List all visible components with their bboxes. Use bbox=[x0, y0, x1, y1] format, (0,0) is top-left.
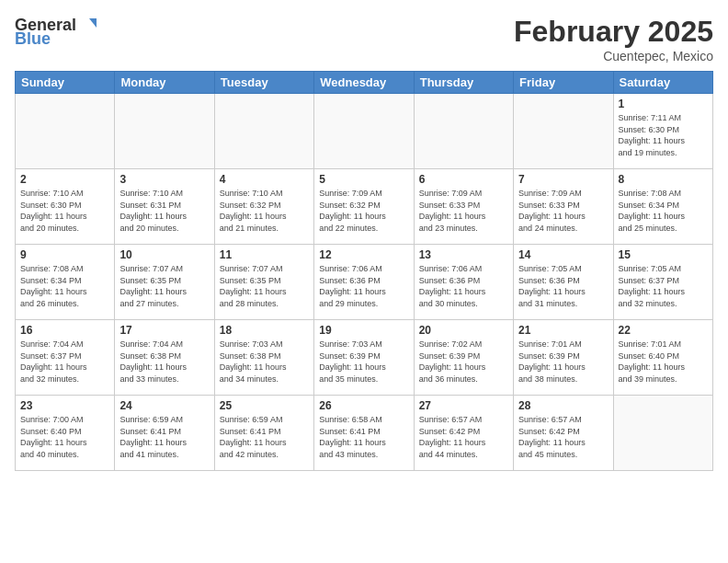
day-info: Sunrise: 6:57 AM Sunset: 6:42 PM Dayligh… bbox=[419, 414, 508, 460]
day-number: 10 bbox=[119, 248, 209, 261]
day-cell: 5Sunrise: 7:09 AM Sunset: 6:32 PM Daylig… bbox=[314, 169, 414, 245]
day-cell: 8Sunrise: 7:08 AM Sunset: 6:34 PM Daylig… bbox=[613, 169, 712, 245]
day-info: Sunrise: 7:10 AM Sunset: 6:30 PM Dayligh… bbox=[20, 188, 109, 234]
svg-marker-0 bbox=[89, 18, 97, 28]
day-cell bbox=[514, 94, 613, 169]
day-number: 15 bbox=[619, 248, 708, 261]
day-cell: 3Sunrise: 7:10 AM Sunset: 6:31 PM Daylig… bbox=[115, 169, 214, 245]
weekday-sunday: Sunday bbox=[16, 72, 115, 94]
weekday-header-row: SundayMondayTuesdayWednesdayThursdayFrid… bbox=[16, 72, 713, 94]
day-number: 3 bbox=[119, 173, 209, 186]
day-info: Sunrise: 6:59 AM Sunset: 6:41 PM Dayligh… bbox=[220, 414, 309, 460]
logo-blue: Blue bbox=[15, 29, 51, 49]
day-number: 11 bbox=[220, 248, 309, 261]
day-info: Sunrise: 7:03 AM Sunset: 6:39 PM Dayligh… bbox=[319, 339, 408, 385]
day-number: 2 bbox=[20, 173, 109, 186]
day-number: 8 bbox=[619, 173, 708, 186]
page: General Blue February 2025 Cuentepec, Me… bbox=[0, 0, 728, 563]
weekday-thursday: Thursday bbox=[414, 72, 513, 94]
day-info: Sunrise: 7:05 AM Sunset: 6:37 PM Dayligh… bbox=[619, 263, 708, 309]
day-number: 22 bbox=[619, 324, 708, 337]
day-info: Sunrise: 7:04 AM Sunset: 6:38 PM Dayligh… bbox=[119, 339, 209, 385]
day-number: 26 bbox=[319, 399, 408, 412]
day-cell: 18Sunrise: 7:03 AM Sunset: 6:38 PM Dayli… bbox=[214, 320, 313, 396]
day-number: 13 bbox=[419, 248, 508, 261]
day-info: Sunrise: 7:09 AM Sunset: 6:33 PM Dayligh… bbox=[518, 188, 608, 234]
day-cell: 26Sunrise: 6:58 AM Sunset: 6:41 PM Dayli… bbox=[314, 396, 414, 471]
day-cell: 22Sunrise: 7:01 AM Sunset: 6:40 PM Dayli… bbox=[613, 320, 712, 396]
day-info: Sunrise: 7:01 AM Sunset: 6:40 PM Dayligh… bbox=[619, 339, 708, 385]
week-row-2: 2Sunrise: 7:10 AM Sunset: 6:30 PM Daylig… bbox=[16, 169, 713, 245]
day-cell: 17Sunrise: 7:04 AM Sunset: 6:38 PM Dayli… bbox=[115, 320, 214, 396]
day-info: Sunrise: 7:08 AM Sunset: 6:34 PM Dayligh… bbox=[20, 263, 109, 309]
day-cell: 20Sunrise: 7:02 AM Sunset: 6:39 PM Dayli… bbox=[414, 320, 513, 396]
header: General Blue February 2025 Cuentepec, Me… bbox=[15, 15, 713, 63]
day-cell: 15Sunrise: 7:05 AM Sunset: 6:37 PM Dayli… bbox=[613, 245, 712, 320]
day-cell: 23Sunrise: 7:00 AM Sunset: 6:40 PM Dayli… bbox=[16, 396, 115, 471]
day-info: Sunrise: 6:57 AM Sunset: 6:42 PM Dayligh… bbox=[518, 414, 608, 460]
day-number: 20 bbox=[419, 324, 508, 337]
day-info: Sunrise: 6:58 AM Sunset: 6:41 PM Dayligh… bbox=[319, 414, 408, 460]
day-info: Sunrise: 7:10 AM Sunset: 6:32 PM Dayligh… bbox=[220, 188, 309, 234]
day-cell bbox=[214, 94, 313, 169]
day-cell: 24Sunrise: 6:59 AM Sunset: 6:41 PM Dayli… bbox=[115, 396, 214, 471]
day-cell: 9Sunrise: 7:08 AM Sunset: 6:34 PM Daylig… bbox=[16, 245, 115, 320]
day-number: 28 bbox=[518, 399, 608, 412]
day-cell: 16Sunrise: 7:04 AM Sunset: 6:37 PM Dayli… bbox=[16, 320, 115, 396]
day-info: Sunrise: 7:11 AM Sunset: 6:30 PM Dayligh… bbox=[619, 112, 708, 158]
day-cell: 4Sunrise: 7:10 AM Sunset: 6:32 PM Daylig… bbox=[214, 169, 313, 245]
day-number: 4 bbox=[220, 173, 309, 186]
day-cell: 11Sunrise: 7:07 AM Sunset: 6:35 PM Dayli… bbox=[214, 245, 313, 320]
week-row-4: 16Sunrise: 7:04 AM Sunset: 6:37 PM Dayli… bbox=[16, 320, 713, 396]
day-cell: 7Sunrise: 7:09 AM Sunset: 6:33 PM Daylig… bbox=[514, 169, 613, 245]
day-cell: 27Sunrise: 6:57 AM Sunset: 6:42 PM Dayli… bbox=[414, 396, 513, 471]
day-info: Sunrise: 7:05 AM Sunset: 6:36 PM Dayligh… bbox=[518, 263, 608, 309]
day-info: Sunrise: 7:06 AM Sunset: 6:36 PM Dayligh… bbox=[419, 263, 508, 309]
day-cell: 13Sunrise: 7:06 AM Sunset: 6:36 PM Dayli… bbox=[414, 245, 513, 320]
title-block: February 2025 Cuentepec, Mexico bbox=[514, 15, 713, 63]
day-cell bbox=[314, 94, 414, 169]
day-info: Sunrise: 7:00 AM Sunset: 6:40 PM Dayligh… bbox=[20, 414, 109, 460]
day-number: 6 bbox=[419, 173, 508, 186]
day-info: Sunrise: 7:06 AM Sunset: 6:36 PM Dayligh… bbox=[319, 263, 408, 309]
day-number: 12 bbox=[319, 248, 408, 261]
day-cell: 21Sunrise: 7:01 AM Sunset: 6:39 PM Dayli… bbox=[514, 320, 613, 396]
day-number: 17 bbox=[119, 324, 209, 337]
day-cell bbox=[115, 94, 214, 169]
day-number: 14 bbox=[518, 248, 608, 261]
weekday-tuesday: Tuesday bbox=[214, 72, 313, 94]
day-cell: 10Sunrise: 7:07 AM Sunset: 6:35 PM Dayli… bbox=[115, 245, 214, 320]
day-number: 23 bbox=[20, 399, 109, 412]
day-cell bbox=[613, 396, 712, 471]
day-number: 25 bbox=[220, 399, 309, 412]
day-info: Sunrise: 7:07 AM Sunset: 6:35 PM Dayligh… bbox=[119, 263, 209, 309]
week-row-1: 1Sunrise: 7:11 AM Sunset: 6:30 PM Daylig… bbox=[16, 94, 713, 169]
day-number: 5 bbox=[319, 173, 408, 186]
day-cell: 1Sunrise: 7:11 AM Sunset: 6:30 PM Daylig… bbox=[613, 94, 712, 169]
logo-icon bbox=[76, 15, 97, 35]
day-number: 9 bbox=[20, 248, 109, 261]
logo: General Blue bbox=[15, 15, 97, 49]
day-cell: 19Sunrise: 7:03 AM Sunset: 6:39 PM Dayli… bbox=[314, 320, 414, 396]
day-number: 19 bbox=[319, 324, 408, 337]
weekday-friday: Friday bbox=[514, 72, 613, 94]
day-info: Sunrise: 6:59 AM Sunset: 6:41 PM Dayligh… bbox=[119, 414, 209, 460]
day-cell: 12Sunrise: 7:06 AM Sunset: 6:36 PM Dayli… bbox=[314, 245, 414, 320]
day-number: 7 bbox=[518, 173, 608, 186]
day-number: 16 bbox=[20, 324, 109, 337]
location: Cuentepec, Mexico bbox=[514, 49, 713, 63]
week-row-5: 23Sunrise: 7:00 AM Sunset: 6:40 PM Dayli… bbox=[16, 396, 713, 471]
day-info: Sunrise: 7:02 AM Sunset: 6:39 PM Dayligh… bbox=[419, 339, 508, 385]
day-cell bbox=[414, 94, 513, 169]
day-number: 24 bbox=[119, 399, 209, 412]
weekday-saturday: Saturday bbox=[613, 72, 712, 94]
day-cell: 2Sunrise: 7:10 AM Sunset: 6:30 PM Daylig… bbox=[16, 169, 115, 245]
day-info: Sunrise: 7:09 AM Sunset: 6:33 PM Dayligh… bbox=[419, 188, 508, 234]
day-info: Sunrise: 7:08 AM Sunset: 6:34 PM Dayligh… bbox=[619, 188, 708, 234]
day-number: 1 bbox=[619, 98, 708, 110]
day-number: 27 bbox=[419, 399, 508, 412]
weekday-monday: Monday bbox=[115, 72, 214, 94]
day-info: Sunrise: 7:07 AM Sunset: 6:35 PM Dayligh… bbox=[220, 263, 309, 309]
day-info: Sunrise: 7:01 AM Sunset: 6:39 PM Dayligh… bbox=[518, 339, 608, 385]
month-year: February 2025 bbox=[514, 15, 713, 49]
